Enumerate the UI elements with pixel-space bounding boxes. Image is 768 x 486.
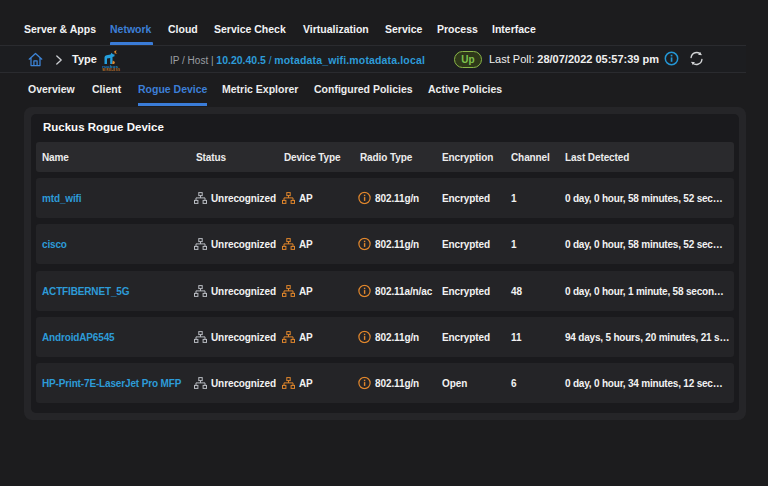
svg-text:WIRELESS: WIRELESS xyxy=(102,68,120,72)
